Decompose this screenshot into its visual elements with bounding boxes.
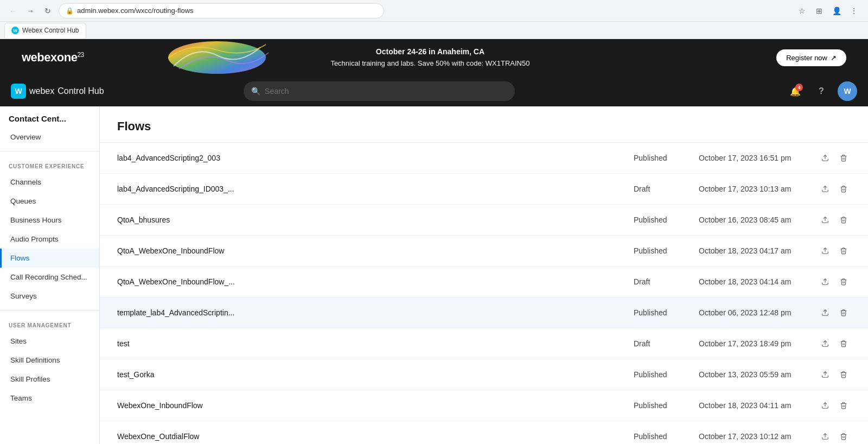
main-content: Flows lab4_AdvancedScripting2_003 Publis… [100,106,868,444]
flow-actions [818,181,851,196]
table-row[interactable]: QtoA_WebexOne_InboundFlow Published Octo… [100,236,868,267]
delete-button[interactable] [837,305,851,320]
export-button[interactable] [818,212,832,227]
sidebar-label-call-recording: Call Recording Sched... [10,273,87,281]
delete-button[interactable] [837,398,851,413]
sidebar-item-skill-profiles[interactable]: Skill Profiles [0,370,99,389]
sidebar-label-teams: Teams [10,394,32,402]
export-button[interactable] [818,150,832,166]
export-button[interactable] [818,274,832,289]
sidebar-item-business-hours[interactable]: Business Hours [0,211,99,230]
sidebar-divider-2 [0,310,99,310]
sidebar-item-surveys[interactable]: Surveys [0,287,99,306]
flow-status: Published [634,154,699,162]
sidebar-item-call-recording[interactable]: Call Recording Sched... [0,268,99,287]
flow-name: QtoA_WebexOne_InboundFlow [117,246,634,255]
flow-status: Published [634,246,699,255]
table-row[interactable]: QtoA_bhusures Published October 16, 2023… [100,205,868,236]
table-row[interactable]: test Draft October 17, 2023 18:49 pm [100,328,868,359]
table-row[interactable]: template_lab4_AdvancedScriptin... Publis… [100,297,868,328]
table-row[interactable]: lab4_AdvancedScripting_ID003_... Draft O… [100,174,868,205]
sidebar-item-sites[interactable]: Sites [0,332,99,351]
table-row[interactable]: lab4_AdvancedScripting2_003 Published Oc… [100,143,868,174]
flow-name: lab4_AdvancedScripting_ID003_... [117,185,634,193]
delete-button[interactable] [837,212,851,227]
search-bar[interactable]: 🔍 [244,81,515,101]
promo-logo: webexone23 [22,50,84,65]
sidebar-label-business-hours: Business Hours [10,216,62,224]
flow-status: Published [634,215,699,224]
extensions-button[interactable]: ⊞ [812,3,827,18]
table-row[interactable]: test_Gorka Published October 13, 2023 05… [100,359,868,390]
flows-table: lab4_AdvancedScripting2_003 Published Oc… [100,143,868,444]
sidebar-label-audio-prompts: Audio Prompts [10,235,59,243]
flow-status: Draft [634,339,699,348]
flow-actions [818,212,851,227]
user-management-label: USER MANAGEMENT [0,315,99,332]
app-name: webex [29,86,54,96]
customer-experience-label: CUSTOMER EXPERIENCE [0,156,99,173]
bookmark-button[interactable]: ☆ [794,3,809,18]
export-button[interactable] [818,367,832,382]
table-row[interactable]: WebexOne_InboundFlow Published October 1… [100,390,868,421]
sidebar-item-audio-prompts[interactable]: Audio Prompts [0,230,99,249]
search-icon: 🔍 [251,87,260,96]
flow-date: October 06, 2023 12:48 pm [699,308,818,317]
delete-button[interactable] [837,429,851,444]
notification-badge: 4 [795,84,803,91]
sidebar-item-overview[interactable]: Overview [0,128,99,147]
flow-name: template_lab4_AdvancedScriptin... [117,308,634,317]
active-tab[interactable]: W Webex Control Hub [4,23,86,38]
table-row[interactable]: WebexOne_OutdialFlow Published October 1… [100,421,868,444]
flow-name: WebexOne_OutdialFlow [117,432,634,441]
export-button[interactable] [818,181,832,196]
sidebar-label-skill-profiles: Skill Profiles [10,375,50,383]
flow-actions [818,305,851,320]
search-input[interactable] [265,87,507,96]
refresh-button[interactable]: ↻ [41,4,54,17]
header-actions: 🔔 4 ? W [786,81,857,101]
export-button[interactable] [818,398,832,413]
lock-icon: 🔒 [66,7,74,15]
register-button[interactable]: Register now ↗ [776,49,846,66]
flow-date: October 17, 2023 10:12 am [699,432,818,441]
delete-button[interactable] [837,274,851,289]
export-button[interactable] [818,429,832,444]
forward-button[interactable]: → [24,4,37,17]
sidebar-item-skill-definitions[interactable]: Skill Definitions [0,351,99,370]
delete-button[interactable] [837,336,851,351]
url-text: admin.webex.com/wxcc/routing-flows [77,7,194,15]
sidebar-label-queues: Queues [10,197,36,205]
webex-favicon: W [11,27,19,34]
table-row[interactable]: QtoA_WebexOne_InboundFlow_... Draft Octo… [100,267,868,297]
external-link-icon: ↗ [831,54,837,62]
delete-button[interactable] [837,150,851,166]
flow-status: Published [634,401,699,410]
user-avatar[interactable]: W [838,81,857,101]
flow-name: test_Gorka [117,370,634,379]
export-button[interactable] [818,243,832,258]
sidebar-item-channels[interactable]: Channels [0,173,99,192]
app-body: Contact Cent... Overview CUSTOMER EXPERI… [0,106,868,444]
delete-button[interactable] [837,243,851,258]
help-button[interactable]: ? [812,81,831,101]
profile-button[interactable]: 👤 [829,3,844,18]
delete-button[interactable] [837,181,851,196]
sidebar-item-teams[interactable]: Teams [0,389,99,408]
hub-name: Control Hub [58,86,104,96]
flow-actions [818,398,851,413]
sidebar-label-sites: Sites [10,337,27,345]
promo-text: October 24-26 in Anaheim, CA Technical t… [330,46,529,69]
browser-menu-button[interactable]: ⋮ [846,3,861,18]
sidebar-label-skill-definitions: Skill Definitions [10,356,60,364]
notifications-button[interactable]: 🔔 4 [786,81,805,101]
sidebar-item-flows[interactable]: Flows [0,249,99,268]
sidebar-item-queues[interactable]: Queues [0,192,99,211]
flow-status: Published [634,432,699,441]
export-button[interactable] [818,336,832,351]
delete-button[interactable] [837,367,851,382]
promo-logo-text: webexone23 [22,50,84,64]
address-bar[interactable]: 🔒 admin.webex.com/wxcc/routing-flows [59,3,384,18]
back-button[interactable]: ← [7,4,20,17]
export-button[interactable] [818,305,832,320]
